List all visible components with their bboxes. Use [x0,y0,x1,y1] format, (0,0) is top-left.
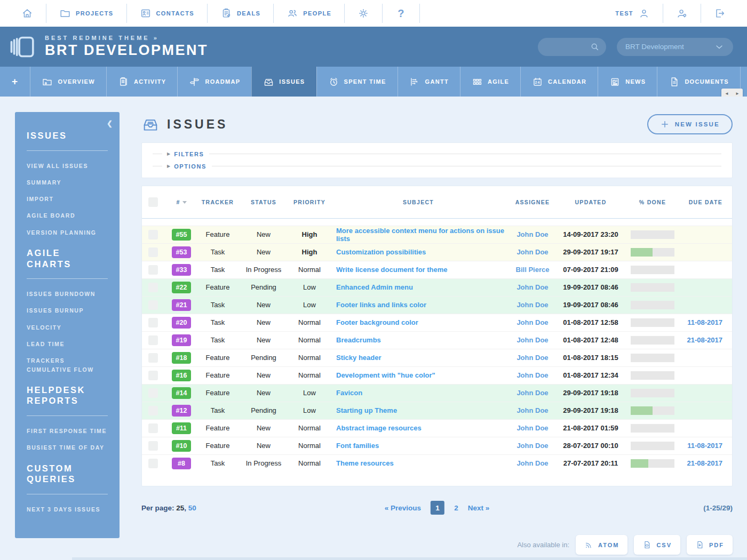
issue-subject-link[interactable]: Sticky header [336,354,382,362]
sidebar-item-next-3-days-issues[interactable]: NEXT 3 DAYS ISSUES [27,505,108,514]
due-date-link[interactable]: 11-08-2017 [687,442,722,450]
issue-id-badge[interactable]: #18 [172,352,191,364]
assignee-link[interactable]: John Doe [516,442,548,450]
row-checkbox[interactable] [148,388,158,398]
row-checkbox[interactable] [148,265,158,275]
sidebar-item-view-all-issues[interactable]: VIEW ALL ISSUES [27,162,108,170]
issue-subject-link[interactable]: Footer links and links color [336,301,426,309]
column-sort-status[interactable]: STATUS [251,199,276,205]
tab-add[interactable]: + [0,67,30,97]
tab-news[interactable]: NEWS [598,67,657,97]
issue-subject-link[interactable]: Enhanced Admin menu [336,283,413,291]
row-checkbox[interactable] [148,247,158,257]
assignee-link[interactable]: Bill Pierce [516,266,550,274]
column-sort-due[interactable]: DUE DATE [689,199,722,205]
issue-id-badge[interactable]: #10 [172,440,191,452]
sidebar-collapse-icon[interactable]: ❮ [107,119,113,127]
issue-subject-link[interactable]: Customization possibilities [336,248,426,256]
topbar-logout-button[interactable] [701,4,738,23]
assignee-link[interactable]: John Doe [516,389,548,397]
page-1-current[interactable]: 1 [431,501,444,515]
column-header-done[interactable]: % DONE [624,186,681,218]
issue-id-badge[interactable]: #33 [172,264,191,276]
issue-subject-link[interactable]: Font families [336,442,379,450]
column-sort-subject[interactable]: SUBJECT [403,199,434,205]
issue-subject-link[interactable]: Footer background color [336,318,418,326]
due-date-link[interactable]: 21-08-2017 [687,336,723,344]
column-header-priority[interactable]: PRIORITY [290,186,329,218]
issue-id-badge[interactable]: #19 [172,334,191,346]
topbar-account-button[interactable]: TEST [602,4,663,23]
row-checkbox[interactable] [148,459,158,468]
due-date-link[interactable]: 11-08-2017 [687,318,722,326]
row-checkbox[interactable] [148,371,158,380]
sidebar-item-busiest-time-of-day[interactable]: BUSIEST TIME OF DAY [27,443,108,452]
issue-subject-link[interactable]: Abstract image resources [336,424,422,432]
row-checkbox[interactable] [148,283,158,292]
options-toggle[interactable]: ▶ OPTIONS [153,160,721,172]
sidebar-item-issues-burnup[interactable]: ISSUES BURNUP [27,306,108,315]
sidebar-item-version-planning[interactable]: VERSION PLANNING [27,228,108,237]
column-sort-updated[interactable]: UPDATED [575,199,606,205]
column-header-tracker[interactable]: TRACKER [198,186,237,218]
column-header-assignee[interactable]: ASSIGNEE [508,186,557,218]
column-header-subject[interactable]: SUBJECT [329,186,508,218]
column-sort-assignee[interactable]: ASSIGNEE [515,199,550,205]
topbar-settings-button[interactable] [345,4,382,23]
export-csv-button[interactable]: CSV [634,535,680,555]
row-checkbox[interactable] [148,441,158,451]
issue-id-badge[interactable]: #21 [172,299,191,311]
sidebar-item-trackers-cumulative-flow[interactable]: TRACKERS CUMULATIVE FLOW [27,356,108,374]
row-checkbox[interactable] [148,353,158,363]
topbar-people-button[interactable]: PEOPLE [274,4,344,23]
sidebar-item-issues-burndown[interactable]: ISSUES BURNDOWN [27,290,108,298]
issue-id-badge[interactable]: #8 [172,458,191,469]
issue-subject-link[interactable]: Theme resources [336,459,394,467]
tab-activity[interactable]: ACTIVITY [106,67,178,97]
issue-id-badge[interactable]: #16 [172,370,191,381]
issue-id-badge[interactable]: #14 [172,387,191,399]
per-page-current[interactable]: 25 [176,504,184,512]
column-sort-priority[interactable]: PRIORITY [293,199,325,205]
assignee-link[interactable]: John Doe [516,336,548,344]
issue-id-badge[interactable]: #20 [172,317,191,329]
select-all-checkbox[interactable] [148,197,158,207]
row-checkbox[interactable] [148,300,158,310]
assignee-link[interactable]: John Doe [516,459,548,467]
page-2-link[interactable]: 2 [454,504,458,512]
issue-id-badge[interactable]: #55 [172,229,191,241]
nav-scroll-right-icon[interactable]: ► [735,92,740,96]
assignee-link[interactable]: John Doe [516,406,548,414]
tab-calendar[interactable]: 24CALENDAR [520,67,598,97]
assignee-link[interactable]: John Doe [516,248,548,256]
topbar-admin-button[interactable] [663,4,701,23]
assignee-link[interactable]: John Doe [516,301,548,309]
tab-gantt[interactable]: GANTT [398,67,460,97]
sidebar-item-summary[interactable]: SUMMARY [27,178,108,187]
sidebar-item-agile-board[interactable]: AGILE BOARD [27,211,108,220]
tab-overview[interactable]: OVERVIEW [30,67,106,97]
search-input[interactable] [538,38,606,56]
sidebar-item-lead-time[interactable]: LEAD TIME [27,340,108,348]
issue-subject-link[interactable]: More accessible context menu for actions… [336,227,504,243]
export-pdf-button[interactable]: PDF [687,535,733,555]
topbar-projects-button[interactable]: PROJECTS [46,4,126,23]
previous-page-link[interactable]: « Previous [385,504,421,512]
topbar-deals-button[interactable]: DEALS [208,4,273,23]
project-selector[interactable]: BRT Development [617,38,733,56]
per-page-option-50[interactable]: 50 [188,504,196,512]
topbar-home-button[interactable] [9,4,46,23]
column-header-status[interactable]: STATUS [237,186,290,218]
filters-toggle[interactable]: ▶ FILTERS [153,148,721,160]
sidebar-item-first-response-time[interactable]: FIRST RESPONSE TIME [27,427,108,435]
next-page-link[interactable]: Next » [468,504,490,512]
sidebar-item-velocity[interactable]: VELOCITY [27,323,108,332]
row-checkbox[interactable] [148,335,158,345]
column-sort-done[interactable]: % DONE [639,199,666,205]
nav-scroll-left-icon[interactable]: ◄ [725,92,729,96]
issue-subject-link[interactable]: Favicon [336,389,362,397]
sidebar-item-import[interactable]: IMPORT [27,195,108,203]
assignee-link[interactable]: John Doe [516,354,548,362]
column-sort-tracker[interactable]: TRACKER [202,199,234,205]
due-date-link[interactable]: 21-08-2017 [687,459,723,467]
